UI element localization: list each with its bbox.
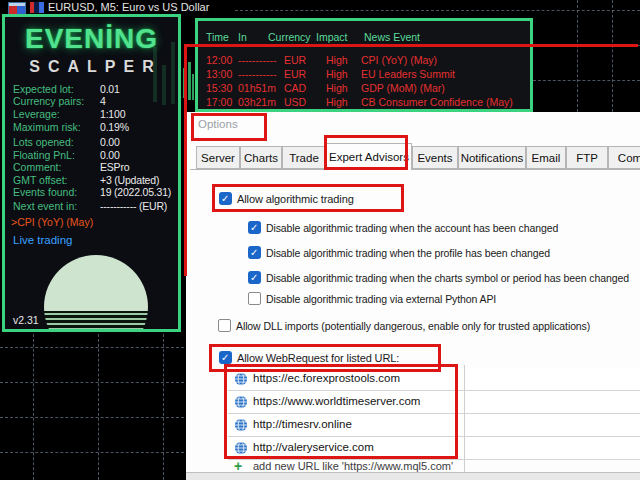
stat-value: 0.00 (100, 136, 120, 149)
gridline (98, 334, 99, 480)
webrequest-url-row[interactable]: https://ec.forexprostools.com (228, 368, 640, 391)
news-header-impact: Impact (316, 31, 348, 44)
tab-server[interactable]: Server (196, 146, 240, 169)
news-currency: USD (284, 96, 306, 109)
stat-label: Lots opened: (13, 136, 74, 148)
globe-icon (234, 395, 248, 409)
stat-label: Currency pairs: (13, 95, 84, 107)
webrequest-url-row[interactable]: https://www.worldtimeserver.com (228, 391, 640, 414)
stat-label: Next event in: (13, 200, 77, 212)
stat-label: Leverage: (13, 108, 60, 120)
gridline (0, 452, 184, 453)
stat-value: 19 (2022.05.31) (100, 186, 171, 199)
dialog-footer-strip (186, 472, 640, 480)
news-header-in: In (238, 31, 247, 44)
checkbox-disable-on-symbol-period-change[interactable] (248, 271, 261, 284)
news-in: 01h51m (238, 82, 276, 95)
tab-trade[interactable]: Trade (282, 146, 326, 169)
news-impact: High (326, 82, 348, 95)
news-row: 13:00 ----------- EUR High EU Leaders Su… (198, 68, 528, 81)
ea-stat-row: Events found:19 (2022.05.31) (13, 186, 176, 199)
dialog-title: Options (198, 118, 238, 130)
add-url-hint: add new URL like 'https://www.mql5.com' (253, 460, 453, 472)
news-row: 15:30 01h51m CAD High GDP (MoM) (Mar) (198, 82, 528, 95)
stat-label: Maximum risk: (13, 121, 81, 133)
checkbox-disable-via-python-api[interactable] (248, 292, 261, 305)
next-event-label: >CPI (YoY) (May) (11, 216, 176, 229)
gridline (533, 80, 640, 81)
ea-stat-row: Leverage:1:100 (13, 108, 176, 121)
chart-window-icon[interactable] (30, 2, 44, 13)
gridline (33, 334, 34, 480)
ea-panel: EVENİNG SCALPER Expected lot:0.01 Curren… (2, 14, 181, 332)
options-dialog: Options Server Charts Trade Expert Advis… (186, 112, 640, 480)
tab-charts[interactable]: Charts (240, 146, 282, 169)
stat-label: Comment: (13, 161, 61, 173)
tab-expert-advisors[interactable]: Expert Advisors (326, 143, 412, 170)
tab-events[interactable]: Events (412, 146, 458, 169)
checkbox-allow-dll-imports[interactable] (218, 319, 231, 332)
trading-mode-label: Live trading (13, 234, 178, 247)
disable-on-symbol-period-change-label: Disable algorithmic trading when the cha… (266, 271, 629, 285)
stat-label: Expected lot: (13, 83, 74, 95)
stat-value: 0.19% (100, 121, 129, 134)
news-time: 13:00 (206, 68, 232, 81)
sunset-logo (44, 255, 148, 332)
news-events-panel: Time In Currency Impact News Event 12:00… (195, 18, 533, 112)
gridline (0, 347, 184, 348)
news-row: 12:00 ----------- EUR High CPI (YoY) (Ma… (198, 54, 528, 67)
news-row: 17:00 03h21m USD High CB Consumer Confid… (198, 96, 528, 109)
disable-via-python-api-label: Disable algorithmic trading via external… (266, 292, 496, 306)
tab-email[interactable]: Email (526, 146, 566, 169)
webrequest-url-row[interactable]: http://valeryservice.com (228, 437, 640, 460)
news-impact: High (326, 68, 348, 81)
checkbox-allow-webrequest[interactable] (219, 351, 232, 364)
checkbox-disable-on-account-change[interactable] (248, 221, 261, 234)
tab-notifications[interactable]: Notifications (458, 146, 526, 169)
stat-value: 4 (100, 95, 106, 108)
stat-value: 1:100 (100, 108, 125, 121)
url-text: http://timesrv.online (253, 418, 352, 430)
chart-window-titlebar: EURUSD, M5: Euro vs US Dollar (0, 0, 640, 15)
tab-ftp[interactable]: FTP (566, 146, 608, 169)
news-event: CB Consumer Confidence (May) (361, 96, 513, 109)
news-currency: EUR (284, 68, 306, 81)
candlestick (192, 74, 194, 100)
news-time: 12:00 (206, 54, 232, 67)
globe-icon (234, 372, 248, 386)
ea-stat-row: Currency pairs:4 (13, 95, 176, 108)
candlestick (183, 68, 186, 98)
news-header-time: Time (206, 31, 229, 44)
tab-baseline (190, 169, 640, 170)
news-in: ----------- (238, 68, 276, 81)
globe-icon (234, 441, 248, 455)
gridline (612, 0, 613, 112)
candlestick (188, 62, 191, 100)
news-impact: High (326, 96, 348, 109)
news-time: 15:30 (206, 82, 232, 95)
checkbox-disable-on-profile-change[interactable] (248, 246, 261, 259)
gridline (533, 45, 640, 46)
ea-stat-row: Maximum risk:0.19% (13, 121, 176, 134)
chart-window-title: EURUSD, M5: Euro vs US Dollar (48, 1, 209, 13)
url-text: http://valeryservice.com (253, 441, 374, 453)
stat-value: ESPro (100, 161, 129, 174)
news-time: 17:00 (206, 96, 232, 109)
stat-label: Events found: (13, 186, 77, 198)
url-text: https://ec.forexprostools.com (253, 372, 400, 384)
ea-stat-row: Next event in:----------- (EUR) (13, 200, 176, 213)
allow-algo-trading-label: Allow algorithmic trading (237, 192, 354, 206)
news-in: ----------- (238, 54, 276, 67)
tab-community[interactable]: Com (608, 146, 640, 169)
allow-webrequest-label: Allow WebRequest for listed URL: (237, 351, 399, 365)
gridline (0, 382, 184, 383)
news-header-event: News Event (364, 31, 420, 44)
ea-subtitle: SCALPER (5, 58, 178, 76)
news-event: EU Leaders Summit (361, 68, 455, 81)
gridline (163, 334, 164, 480)
ea-name: EVENİNG (5, 23, 178, 55)
checkbox-allow-algo-trading[interactable] (219, 192, 232, 205)
ea-version: v2.31 (13, 314, 39, 326)
webrequest-url-row[interactable]: http://timesrv.online (228, 414, 640, 437)
stat-label: GMT offset: (13, 174, 67, 186)
